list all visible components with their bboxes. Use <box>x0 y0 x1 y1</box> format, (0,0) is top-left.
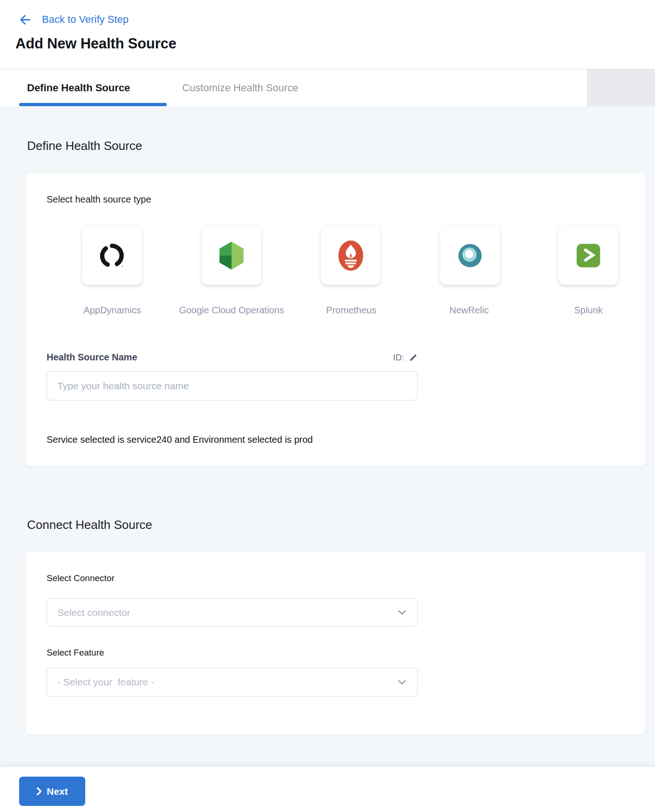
health-source-name-label: Health Source Name <box>47 352 137 363</box>
define-section-heading: Define Health Source <box>27 139 142 153</box>
chevron-down-icon <box>398 610 406 615</box>
connector-select-value: Select connector <box>57 607 130 618</box>
chevron-right-icon <box>36 787 42 796</box>
source-tile-appdynamics[interactable] <box>82 226 142 285</box>
connector-select[interactable]: Select connector <box>47 598 418 627</box>
active-tab-underline <box>19 103 167 106</box>
select-connector-label: Select Connector <box>47 573 115 583</box>
tabbar-right-strip <box>587 69 655 107</box>
header: Back to Verify Step Add New Health Sourc… <box>0 0 655 69</box>
page-title: Add New Health Source <box>15 35 176 52</box>
feature-select-value: - Select your feature - <box>57 677 154 688</box>
connect-section-heading: Connect Health Source <box>27 518 152 532</box>
connect-health-source-card: Select Connector Select connector Select… <box>26 552 645 734</box>
source-tile-prometheus[interactable] <box>321 226 381 285</box>
source-tile-newrelic[interactable] <box>440 226 500 285</box>
tab-customize-health-source[interactable]: Customize Health Source <box>182 69 298 107</box>
newrelic-icon <box>455 241 485 271</box>
appdynamics-icon <box>98 241 127 270</box>
feature-select[interactable]: - Select your feature - <box>47 668 418 697</box>
content-area: Define Health Source Select health sourc… <box>0 106 655 767</box>
source-label-splunk: Splunk <box>514 305 655 316</box>
back-link[interactable]: Back to Verify Step <box>19 12 129 27</box>
chevron-down-icon <box>398 680 406 685</box>
splunk-icon <box>572 239 605 272</box>
arrow-left-icon <box>19 14 32 26</box>
prometheus-icon <box>334 239 368 272</box>
tab-define-health-source[interactable]: Define Health Source <box>27 69 130 107</box>
select-type-label: Select health source type <box>47 194 151 205</box>
add-health-source-drawer: Back to Verify Step Add New Health Sourc… <box>0 0 655 812</box>
selection-note: Service selected is service240 and Envir… <box>47 434 313 445</box>
define-health-source-card: Select health source type <box>26 173 645 466</box>
health-source-name-input[interactable] <box>47 371 418 400</box>
tab-bar: Define Health Source Customize Health So… <box>0 69 655 106</box>
edit-pencil-icon[interactable] <box>409 353 418 362</box>
google-cloud-operations-icon <box>216 240 247 271</box>
id-group: ID: <box>393 352 418 363</box>
source-tile-splunk[interactable] <box>559 226 618 285</box>
id-label: ID: <box>393 352 404 363</box>
next-button[interactable]: Next <box>19 777 85 806</box>
footer: Next <box>0 767 655 812</box>
back-link-label: Back to Verify Step <box>42 14 129 26</box>
next-button-label: Next <box>47 786 68 797</box>
select-feature-label: Select Feature <box>47 648 104 658</box>
name-row: Health Source Name ID: <box>47 352 418 363</box>
source-tile-google-cloud-operations[interactable] <box>202 226 261 285</box>
